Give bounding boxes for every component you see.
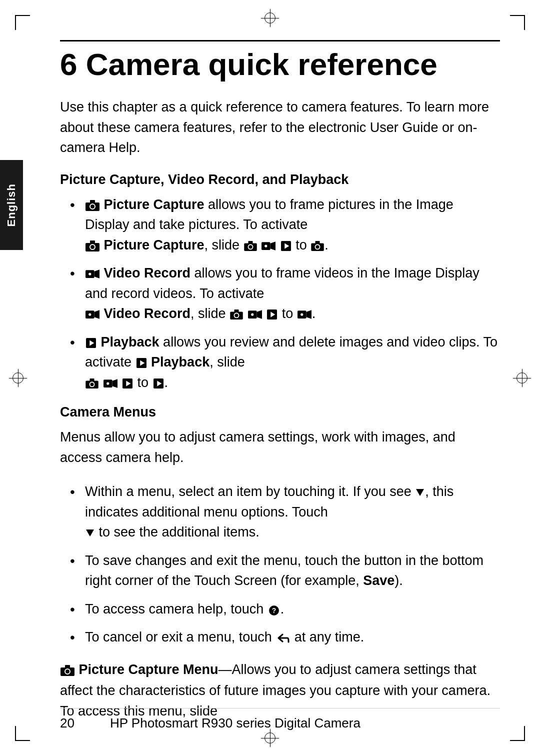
bold-video-record-1: Video Record: [104, 266, 191, 280]
video-icon-b2b: [86, 310, 100, 320]
svg-point-43: [106, 382, 109, 384]
svg-marker-18: [94, 270, 100, 278]
camera-icon-final1: [311, 241, 324, 251]
bold-video-record-2: Video Record: [104, 306, 191, 321]
camera-icon-seq1: [244, 241, 257, 251]
svg-rect-1: [90, 200, 95, 203]
svg-point-33: [300, 314, 303, 316]
section2-bullet-list: Within a menu, select an item by touchin…: [60, 482, 500, 648]
camera-icon-seq2: [230, 310, 243, 320]
play-icon-seq2: [266, 310, 278, 320]
footer: 20 HP Photosmart R930 series Digital Cam…: [60, 708, 500, 731]
down-triangle-icon-2: [86, 530, 94, 536]
svg-marker-10: [270, 242, 276, 250]
crosshair-right: [513, 369, 531, 387]
svg-point-5: [90, 244, 95, 250]
bold-picture-capture-menu: Picture Capture Menu: [79, 662, 218, 677]
footer-product-name: HP Photosmart R930 series Digital Camera: [110, 716, 360, 731]
camera-icon-seq3: [86, 378, 98, 388]
svg-marker-21: [94, 310, 100, 319]
crosshair-left: [9, 369, 27, 387]
video-icon-seq1: [262, 241, 276, 251]
help-icon: ?: [268, 604, 280, 616]
back-icon: [276, 632, 290, 644]
list-item-picture-capture: Picture Capture allows you to frame pict…: [70, 194, 500, 256]
svg-point-54: [65, 669, 70, 674]
play-icon-final3: [153, 378, 164, 388]
main-content: 6 Camera quick reference Use this chapte…: [60, 40, 500, 706]
svg-point-19: [88, 273, 91, 276]
crosshair-bottom: [261, 729, 279, 747]
bold-save: Save: [363, 573, 394, 588]
svg-marker-32: [306, 310, 312, 319]
play-icon-seq3: [122, 378, 133, 388]
corner-mark-bottom-left: [15, 726, 30, 741]
play-icon-b3b: [136, 358, 147, 368]
camera-icon-menu-para: [60, 665, 74, 676]
list-item-menu-cancel: To cancel or exit a menu, touch at any t…: [70, 627, 500, 648]
bold-playback-1: Playback: [101, 334, 160, 350]
svg-marker-49: [86, 530, 94, 536]
chapter-header: 6 Camera quick reference: [60, 40, 500, 82]
svg-point-2: [90, 204, 95, 209]
list-item-menu-save: To save changes and exit the menu, touch…: [70, 550, 500, 591]
video-icon-b2: [86, 269, 100, 279]
play-icon-b3: [86, 338, 96, 348]
chapter-number: 6: [60, 47, 77, 82]
list-item-menu-help: To access camera help, touch ? .: [70, 599, 500, 620]
section1-heading: Picture Capture, Video Record, and Playb…: [60, 172, 500, 188]
svg-rect-4: [90, 240, 95, 244]
down-triangle-icon-1: [416, 489, 424, 496]
svg-marker-27: [256, 310, 262, 319]
svg-rect-24: [234, 310, 239, 312]
svg-marker-42: [112, 379, 118, 388]
svg-point-16: [316, 244, 320, 249]
sidebar-label: English: [5, 184, 18, 226]
svg-point-28: [251, 314, 254, 316]
list-item-menu-select: Within a menu, select an item by touchin…: [70, 482, 500, 542]
bold-picture-capture-2: Picture Capture: [104, 238, 204, 252]
crosshair-top: [261, 9, 279, 27]
svg-rect-39: [90, 378, 94, 381]
corner-mark-bottom-right: [510, 726, 525, 741]
section1-bullet-list: Picture Capture allows you to frame pict…: [60, 194, 500, 393]
svg-rect-53: [65, 665, 70, 668]
footer-page-number: 20: [60, 716, 80, 731]
video-icon-seq2: [248, 310, 262, 320]
svg-point-40: [90, 382, 94, 386]
chapter-title-text: Camera quick reference: [86, 47, 438, 82]
intro-paragraph: Use this chapter as a quick reference to…: [60, 97, 500, 158]
chapter-title: 6 Camera quick reference: [60, 46, 500, 82]
svg-rect-7: [248, 241, 252, 244]
svg-point-22: [88, 314, 91, 316]
svg-rect-15: [316, 241, 320, 244]
list-item-playback: Playback allows you review and delete im…: [70, 332, 500, 393]
svg-point-8: [248, 244, 252, 249]
corner-mark-top-right: [510, 15, 525, 30]
corner-mark-top-left: [15, 15, 30, 30]
section2-intro: Menus allow you to adjust camera setting…: [60, 427, 500, 468]
em-dash: —: [218, 662, 232, 677]
video-icon-final2: [298, 310, 312, 320]
video-icon-seq3: [104, 378, 118, 388]
camera-icon-2: [86, 240, 100, 252]
play-icon-seq1: [280, 241, 292, 251]
svg-text:?: ?: [272, 606, 276, 614]
bold-playback-2: Playback: [151, 354, 210, 370]
list-item-video-record: Video Record allows you to frame videos …: [70, 263, 500, 324]
svg-point-25: [234, 313, 239, 318]
sidebar-language-tab: English: [0, 160, 23, 250]
section2-heading: Camera Menus: [60, 404, 500, 420]
camera-icon-1: [86, 200, 100, 211]
svg-point-11: [264, 244, 267, 247]
svg-marker-48: [416, 489, 424, 496]
bold-picture-capture-1: Picture Capture: [104, 197, 204, 212]
